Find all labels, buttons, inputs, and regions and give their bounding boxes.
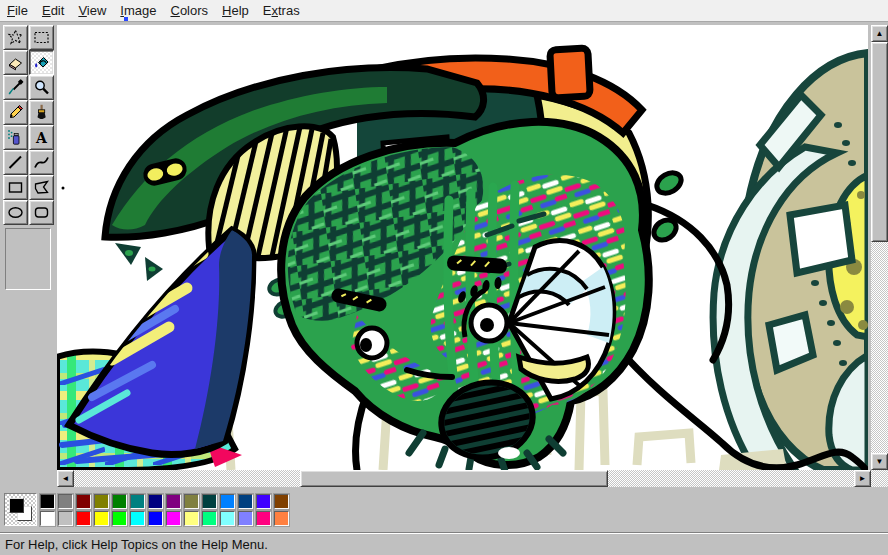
- color-swatch[interactable]: [148, 511, 163, 526]
- rectangle-icon: [7, 179, 24, 196]
- curve-icon: [33, 154, 50, 171]
- up-arrow-icon: ▲: [876, 30, 884, 38]
- scroll-right-button[interactable]: ►: [854, 470, 871, 487]
- tool-curve-button[interactable]: [29, 150, 54, 175]
- paint-window: FileEditViewImageColorsHelpExtras A: [0, 0, 888, 555]
- left-arrow-icon: ◄: [62, 475, 70, 483]
- color-swatch[interactable]: [202, 494, 217, 509]
- down-arrow-icon: ▼: [876, 458, 884, 466]
- magnifier-icon: [33, 79, 50, 96]
- color-swatch[interactable]: [238, 494, 253, 509]
- color-swatch[interactable]: [94, 494, 109, 509]
- horizontal-scrollbar[interactable]: ◄ ►: [57, 470, 871, 487]
- color-swatch[interactable]: [112, 511, 127, 526]
- color-palette: [0, 488, 888, 532]
- color-swatch[interactable]: [256, 494, 271, 509]
- color-swatch[interactable]: [58, 494, 73, 509]
- menu-item-view[interactable]: View: [71, 1, 113, 20]
- drawing-canvas[interactable]: [57, 25, 868, 470]
- color-swatch[interactable]: [76, 511, 91, 526]
- palette-row-1: [40, 494, 292, 510]
- color-swatch[interactable]: [130, 494, 145, 509]
- color-swatch[interactable]: [76, 494, 91, 509]
- scroll-left-button[interactable]: ◄: [57, 470, 74, 487]
- menu-bar: FileEditViewImageColorsHelpExtras: [0, 0, 888, 22]
- color-swatch[interactable]: [274, 511, 289, 526]
- menu-item-extras[interactable]: Extras: [256, 1, 307, 20]
- ellipse-icon: [7, 204, 24, 221]
- tool-rectangle-button[interactable]: [3, 175, 28, 200]
- svg-text:A: A: [35, 130, 48, 146]
- brush-icon: [33, 104, 50, 121]
- airbrush-icon: [7, 129, 24, 146]
- canvas-area: ▲ ▼ ◄ ►: [57, 22, 888, 488]
- color-swatch[interactable]: [202, 511, 217, 526]
- menu-item-file[interactable]: File: [0, 1, 35, 20]
- tool-eraser-button[interactable]: [3, 50, 28, 75]
- fill-icon: [33, 54, 50, 71]
- color-swatch[interactable]: [40, 511, 55, 526]
- color-swatch[interactable]: [112, 494, 127, 509]
- tool-magnifier-button[interactable]: [29, 75, 54, 100]
- vertical-scroll-thumb[interactable]: [871, 42, 888, 242]
- eraser-icon: [7, 54, 24, 71]
- tool-color-picker-button[interactable]: [3, 75, 28, 100]
- color-swatch[interactable]: [94, 511, 109, 526]
- color-swatch[interactable]: [274, 494, 289, 509]
- color-swatch[interactable]: [184, 494, 199, 509]
- tool-rounded-rectangle-button[interactable]: [29, 200, 54, 225]
- color-swatch[interactable]: [130, 511, 145, 526]
- tool-ellipse-button[interactable]: [3, 200, 28, 225]
- pencil-icon: [7, 104, 24, 121]
- tool-brush-button[interactable]: [29, 100, 54, 125]
- tool-airbrush-button[interactable]: [3, 125, 28, 150]
- current-colors-indicator: [4, 493, 37, 526]
- color-swatch[interactable]: [220, 511, 235, 526]
- color-swatch[interactable]: [220, 494, 235, 509]
- scrollbar-corner: [871, 470, 888, 487]
- color-swatch[interactable]: [148, 494, 163, 509]
- tool-palette: A: [0, 22, 57, 488]
- tool-fill-button[interactable]: [29, 50, 54, 75]
- tool-select-button[interactable]: [29, 25, 54, 50]
- right-arrow-icon: ►: [859, 475, 867, 483]
- stray-paint-pixel: [124, 17, 128, 21]
- tool-options-box[interactable]: [5, 228, 51, 290]
- scroll-down-button[interactable]: ▼: [871, 453, 888, 470]
- vertical-scrollbar[interactable]: ▲ ▼: [871, 25, 888, 470]
- color-swatch[interactable]: [166, 494, 181, 509]
- color-swatch[interactable]: [238, 511, 253, 526]
- horizontal-scroll-thumb[interactable]: [300, 470, 608, 487]
- color-swatch[interactable]: [256, 511, 271, 526]
- color-swatch[interactable]: [166, 511, 181, 526]
- palette-row-2: [40, 511, 292, 527]
- select-icon: [33, 29, 50, 46]
- tool-line-button[interactable]: [3, 150, 28, 175]
- text-icon: A: [33, 129, 50, 146]
- tool-text-button[interactable]: A: [29, 125, 54, 150]
- free-form-select-icon: [7, 29, 24, 46]
- color-swatch[interactable]: [184, 511, 199, 526]
- polygon-icon: [33, 179, 50, 196]
- line-icon: [7, 154, 24, 171]
- color-swatch[interactable]: [58, 511, 73, 526]
- color-picker-icon: [7, 79, 24, 96]
- tool-pencil-button[interactable]: [3, 100, 28, 125]
- status-text: For Help, click Help Topics on the Help …: [5, 537, 268, 552]
- status-bar: For Help, click Help Topics on the Help …: [0, 532, 888, 555]
- scroll-up-button[interactable]: ▲: [871, 25, 888, 42]
- menu-item-edit[interactable]: Edit: [35, 1, 71, 20]
- foreground-color: [9, 498, 24, 513]
- menu-item-colors[interactable]: Colors: [163, 1, 215, 20]
- menu-item-image[interactable]: Image: [113, 1, 163, 20]
- rounded-rectangle-icon: [33, 204, 50, 221]
- tool-polygon-button[interactable]: [29, 175, 54, 200]
- color-swatch[interactable]: [40, 494, 55, 509]
- menu-item-help[interactable]: Help: [215, 1, 256, 20]
- drawing: [57, 25, 868, 470]
- tool-free-form-select-button[interactable]: [3, 25, 28, 50]
